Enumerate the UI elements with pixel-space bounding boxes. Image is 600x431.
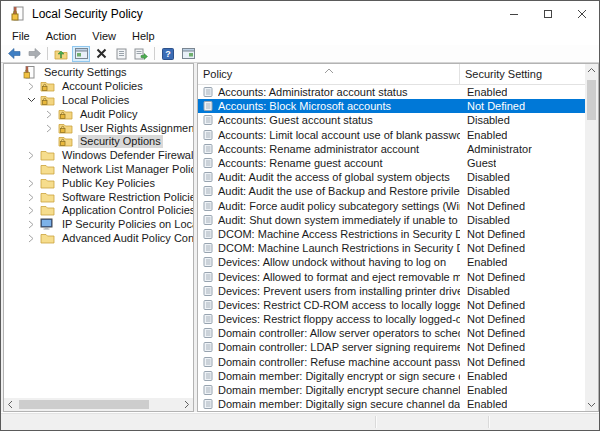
policy-name: Accounts: Rename administrator account <box>218 143 460 155</box>
policy-row[interactable]: Devices: Allow undock without having to … <box>198 255 598 269</box>
status-bar-divider <box>375 416 376 428</box>
scroll-left-icon[interactable] <box>4 398 17 411</box>
tree-item-label: Application Control Policies <box>60 204 193 217</box>
policy-row[interactable]: Accounts: Rename administrator accountAd… <box>198 142 598 156</box>
policy-document-icon <box>202 370 215 382</box>
policy-row[interactable]: Audit: Force audit policy subcategory se… <box>198 199 598 213</box>
security-setting-value: Not Defined <box>460 356 525 368</box>
policy-name: Domain controller: LDAP server signing r… <box>218 341 460 353</box>
security-setting-value: Administrator <box>460 143 532 155</box>
policy-row[interactable]: Audit: Audit the access of global system… <box>198 170 598 184</box>
policy-row[interactable]: Devices: Allowed to format and eject rem… <box>198 269 598 283</box>
tree-item[interactable]: Public Key Policies <box>4 176 193 190</box>
maximize-button[interactable] <box>531 1 565 27</box>
list-scrollbar-thumb[interactable] <box>587 80 596 120</box>
tree-scrollbar-thumb[interactable] <box>19 400 149 409</box>
column-header-security-setting[interactable]: Security Setting <box>460 64 598 84</box>
tree-item[interactable]: Network List Manager Policies <box>4 163 193 177</box>
security-setting-value: Not Defined <box>460 299 525 311</box>
policy-row[interactable]: Domain controller: LDAP server signing r… <box>198 340 598 354</box>
policy-row[interactable]: Domain controller: Allow server operator… <box>198 326 598 340</box>
minimize-button[interactable] <box>497 1 531 27</box>
policy-row[interactable]: DCOM: Machine Launch Restrictions in Sec… <box>198 241 598 255</box>
chevron-down-icon[interactable] <box>22 97 40 103</box>
policy-row[interactable]: Accounts: Administrator account statusEn… <box>198 85 598 99</box>
tree-item[interactable]: Security Options <box>4 135 193 149</box>
properties-icon[interactable] <box>112 46 130 62</box>
tree-item[interactable]: Advanced Audit Policy Configuration <box>4 232 193 246</box>
policy-row[interactable]: Accounts: Limit local account use of bla… <box>198 128 598 142</box>
export-list-icon[interactable] <box>132 46 150 62</box>
tree-item[interactable]: Security Settings <box>4 66 193 80</box>
tree-item[interactable]: Windows Defender Firewall with Adva <box>4 149 193 163</box>
menu-help[interactable]: Help <box>124 30 163 42</box>
tree-item[interactable]: Local Policies <box>4 94 193 108</box>
list-vertical-scrollbar[interactable] <box>585 64 598 411</box>
chevron-right-icon[interactable] <box>22 206 40 215</box>
menu-file[interactable]: File <box>4 30 38 42</box>
tree-item-label: Account Policies <box>60 80 145 93</box>
tree-item-label: Software Restriction Policies <box>60 191 193 204</box>
chevron-right-icon[interactable] <box>40 110 58 119</box>
scroll-up-icon[interactable] <box>585 64 598 77</box>
chevron-right-icon[interactable] <box>22 193 40 202</box>
policy-row[interactable]: DCOM: Machine Access Restrictions in Sec… <box>198 227 598 241</box>
tree-item[interactable]: Account Policies <box>4 80 193 94</box>
chevron-right-icon[interactable] <box>22 234 40 243</box>
policy-row[interactable]: Devices: Restrict floppy access to local… <box>198 312 598 326</box>
chevron-right-icon[interactable] <box>22 82 40 91</box>
policy-document-icon <box>202 86 215 98</box>
column-header-policy[interactable]: Policy <box>198 64 460 84</box>
back-icon[interactable] <box>5 46 23 62</box>
tree-item[interactable]: Audit Policy <box>4 107 193 121</box>
policy-document-icon <box>202 299 215 311</box>
security-setting-value: Enabled <box>460 370 507 382</box>
toolbar-separator <box>47 47 48 60</box>
policy-row[interactable]: Accounts: Block Microsoft accountsNot De… <box>198 99 598 113</box>
list-header: Policy Security Setting <box>198 64 598 85</box>
delete-icon[interactable] <box>92 46 110 62</box>
policy-name: Accounts: Limit local account use of bla… <box>218 129 460 141</box>
tree-item[interactable]: Software Restriction Policies <box>4 190 193 204</box>
policy-row[interactable]: Domain member: Digitally sign secure cha… <box>198 397 598 411</box>
policy-row[interactable]: Domain controller: Refuse machine accoun… <box>198 355 598 369</box>
scroll-right-icon[interactable] <box>180 398 193 411</box>
policy-row[interactable]: Accounts: Rename guest accountGuest <box>198 156 598 170</box>
menu-action[interactable]: Action <box>38 30 85 42</box>
tree-scrollbar-track[interactable] <box>17 398 180 411</box>
tree-item[interactable]: User Rights Assignment <box>4 121 193 135</box>
policy-row[interactable]: Domain member: Digitally encrypt or sign… <box>198 369 598 383</box>
chevron-right-icon[interactable] <box>22 151 40 160</box>
policy-document-icon <box>202 271 215 283</box>
tree-item[interactable]: Application Control Policies <box>4 204 193 218</box>
policy-row[interactable]: Devices: Restrict CD-ROM access to local… <box>198 298 598 312</box>
policy-row[interactable]: Audit: Audit the use of Backup and Resto… <box>198 184 598 198</box>
forward-icon[interactable] <box>25 46 43 62</box>
tree-horizontal-scrollbar[interactable] <box>4 398 193 411</box>
sort-ascending-icon <box>324 64 334 76</box>
policy-name: Domain member: Digitally encrypt or sign… <box>218 370 460 382</box>
chevron-right-icon[interactable] <box>40 124 58 133</box>
policy-name: Domain controller: Allow server operator… <box>218 327 460 339</box>
folder-lock-icon <box>40 80 56 93</box>
policy-row[interactable]: Accounts: Guest account statusDisabled <box>198 113 598 127</box>
policy-row[interactable]: Audit: Shut down system immediately if u… <box>198 213 598 227</box>
policy-name: Devices: Restrict floppy access to local… <box>218 313 460 325</box>
help-icon[interactable]: ? <box>159 46 177 62</box>
chevron-right-icon[interactable] <box>22 220 40 229</box>
policy-document-icon <box>202 242 215 254</box>
policy-row[interactable]: Devices: Prevent users from installing p… <box>198 284 598 298</box>
security-setting-value: Disabled <box>460 285 510 297</box>
chevron-right-icon[interactable] <box>22 179 40 188</box>
scroll-down-icon[interactable] <box>585 398 598 411</box>
close-button[interactable] <box>565 1 599 27</box>
tree-item-label: Advanced Audit Policy Configuration <box>60 232 193 245</box>
policy-name: Devices: Allowed to format and eject rem… <box>218 271 460 283</box>
policy-row[interactable]: Domain member: Digitally encrypt secure … <box>198 383 598 397</box>
action-pane-icon[interactable] <box>179 46 197 62</box>
tree-item[interactable]: IP Security Policies on Local Compute <box>4 218 193 232</box>
console-tree-icon[interactable] <box>72 46 90 62</box>
up-folder-icon[interactable] <box>52 46 70 62</box>
column-header-policy-label: Policy <box>203 68 232 80</box>
menu-view[interactable]: View <box>84 30 124 42</box>
